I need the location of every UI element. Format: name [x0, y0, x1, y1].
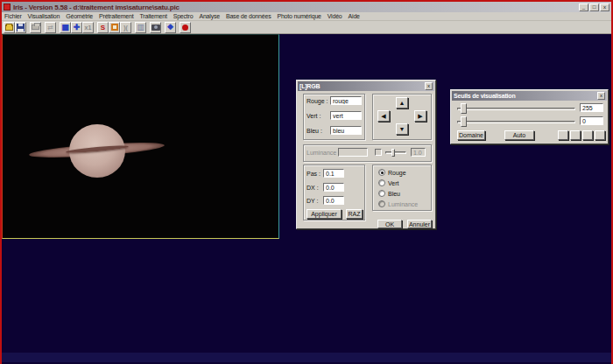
ok-button[interactable]: OK: [377, 220, 402, 228]
maximize-button[interactable]: □: [589, 4, 599, 11]
frame-button[interactable]: [109, 22, 120, 33]
thresholds-close-icon[interactable]: x: [597, 92, 605, 100]
annuler-button[interactable]: Annuler: [407, 220, 432, 228]
radio-luminance-dot: [378, 200, 385, 207]
high-threshold-thumb[interactable]: [461, 103, 467, 114]
luminance-field: [338, 148, 368, 157]
grid-button[interactable]: ▦: [60, 22, 71, 33]
open-folder-icon: [5, 24, 13, 31]
swap-arrows-icon: ⇄: [47, 24, 53, 32]
menu-pretraitement[interactable]: Prétraitement: [99, 13, 133, 19]
low-threshold-track[interactable]: [457, 121, 575, 123]
arrow-up-button[interactable]: ▲: [396, 97, 408, 108]
menu-traitement[interactable]: Traitement: [140, 13, 167, 19]
print-button[interactable]: [30, 22, 41, 33]
app-icon: [4, 4, 11, 10]
print-icon: [32, 24, 39, 30]
high-threshold-field[interactable]: [580, 103, 603, 112]
record-dot-icon: [182, 24, 188, 31]
dx-field[interactable]: [323, 183, 344, 192]
menu-analyse[interactable]: Analyse: [199, 13, 220, 19]
radio-bleu[interactable]: Bleu: [378, 190, 400, 197]
rgb-dialog: [L]RGB x Rouge : Vert : Bleu : ▲ ◀ ▶ ▼ L…: [296, 80, 436, 229]
arrow-left-button[interactable]: ◀: [377, 110, 390, 122]
open-folder-button[interactable]: [4, 22, 15, 33]
x1-icon: x1: [85, 24, 92, 32]
menu-aide[interactable]: Aide: [349, 13, 360, 19]
appliquer-button[interactable]: Appliquer: [306, 209, 342, 219]
thresholds-title: Seuils de visualisation: [454, 93, 515, 99]
camera-icon: [151, 24, 160, 31]
radio-rouge-label: Rouge: [388, 170, 406, 176]
auto-button[interactable]: Auto: [504, 130, 534, 140]
luminance-checkbox[interactable]: [375, 149, 382, 156]
radio-vert[interactable]: Vert: [378, 179, 398, 186]
save-button[interactable]: [15, 22, 26, 33]
radio-rouge[interactable]: Rouge: [378, 169, 406, 176]
palette-rgb-button[interactable]: [582, 130, 593, 140]
rgb-close-icon[interactable]: x: [425, 82, 433, 90]
vert-label: Vert :: [306, 113, 321, 119]
low-threshold-field[interactable]: [580, 116, 603, 125]
camera-button[interactable]: [150, 22, 161, 33]
tiles-icon: ▥: [137, 24, 144, 32]
radio-bleu-dot: [378, 190, 385, 197]
radio-luminance: Luminance: [378, 200, 418, 207]
menu-geometrie[interactable]: Géométrie: [66, 13, 93, 19]
minimize-button[interactable]: _: [579, 4, 588, 11]
domaine-button[interactable]: Domaine: [457, 130, 485, 140]
menu-bar: Fichier Visualisation Géométrie Prétrait…: [2, 12, 611, 21]
thresholds-title-bar[interactable]: Seuils de visualisation x: [452, 91, 607, 101]
rgb-dialog-title: [L]RGB: [299, 83, 320, 89]
pas-label: Pas :: [306, 171, 321, 177]
status-band: [2, 353, 611, 362]
window-title: Iris - Version 5.58 - d:\traitement ims\…: [13, 4, 180, 11]
radio-rouge-dot: [378, 169, 385, 176]
spectro-button[interactable]: S: [97, 22, 109, 33]
pan-button[interactable]: ✚: [71, 22, 82, 33]
workspace: [L]RGB x Rouge : Vert : Bleu : ▲ ◀ ▶ ▼ L…: [2, 34, 611, 364]
low-threshold-thumb[interactable]: [461, 116, 467, 127]
palette-false-color-button[interactable]: [570, 130, 581, 140]
close-button[interactable]: x: [600, 4, 609, 11]
parentheses-icon: )(: [123, 24, 128, 32]
dy-field[interactable]: [323, 196, 344, 205]
arrow-right-button[interactable]: ▶: [414, 110, 426, 122]
thresholds-dialog: Seuils de visualisation x Domaine Auto: [450, 89, 609, 144]
bleu-field[interactable]: [330, 126, 362, 135]
menu-visualisation[interactable]: Visualisation: [28, 13, 60, 19]
record-button[interactable]: [180, 22, 191, 33]
menu-video[interactable]: Vidéo: [328, 13, 342, 19]
rouge-label: Rouge :: [306, 98, 328, 104]
save-floppy-icon: [17, 24, 25, 32]
luminance-slider-track[interactable]: [385, 151, 406, 154]
title-bar: Iris - Version 5.58 - d:\traitement ims\…: [2, 2, 611, 12]
radio-luminance-label: Luminance: [388, 201, 418, 207]
diamond-button[interactable]: ❖: [165, 22, 176, 33]
menu-base-de-donnees[interactable]: Base de données: [226, 13, 271, 19]
luminance-slider-thumb[interactable]: [391, 149, 395, 157]
iris-window: Iris - Version 5.58 - d:\traitement ims\…: [0, 0, 613, 364]
palette-bw-button[interactable]: [558, 130, 568, 140]
palette-contrast-button[interactable]: [595, 130, 605, 140]
dy-label: DY :: [306, 198, 319, 204]
raz-button[interactable]: RAZ: [346, 209, 363, 219]
rouge-field[interactable]: [330, 96, 362, 105]
arrow-down-button[interactable]: ▼: [396, 123, 408, 135]
menu-fichier[interactable]: Fichier: [4, 13, 22, 19]
zoom-x1-button[interactable]: x1: [82, 22, 94, 33]
menu-spectro[interactable]: Spectro: [173, 13, 194, 19]
saturn-image-viewer[interactable]: [2, 34, 279, 239]
orange-frame-icon: [111, 24, 118, 31]
luminance-factor-field: 1.0: [411, 148, 426, 157]
vert-field[interactable]: [330, 111, 362, 120]
radio-vert-dot: [378, 179, 385, 186]
dx-label: DX :: [306, 185, 319, 191]
high-threshold-track[interactable]: [457, 108, 575, 110]
tiles-button[interactable]: ▥: [135, 22, 146, 33]
swap-button[interactable]: ⇄: [45, 22, 56, 33]
parentheses-button[interactable]: )(: [120, 22, 131, 33]
rgb-dialog-title-bar[interactable]: [L]RGB x: [298, 81, 434, 91]
menu-photo-numerique[interactable]: Photo numérique: [277, 13, 321, 19]
pas-field[interactable]: [323, 169, 344, 178]
